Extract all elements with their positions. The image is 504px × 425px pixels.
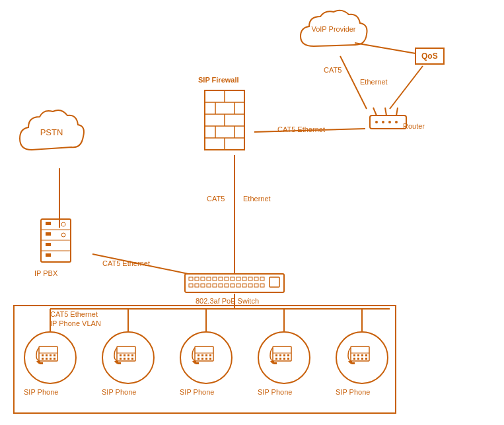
svg-rect-108 [283, 354, 285, 356]
svg-rect-42 [46, 243, 51, 246]
svg-rect-78 [50, 354, 52, 356]
cat5-eth-label: CAT5 Ethernet [277, 125, 325, 133]
svg-rect-41 [46, 232, 51, 236]
svg-rect-111 [279, 358, 281, 360]
svg-rect-99 [209, 354, 211, 356]
svg-rect-89 [131, 354, 133, 356]
svg-rect-52 [219, 277, 223, 280]
svg-rect-69 [242, 284, 246, 287]
ip-pbx-icon [34, 218, 77, 269]
sip-phone-5-label: SIP Phone [336, 388, 370, 396]
svg-rect-81 [46, 358, 48, 360]
svg-rect-86 [120, 354, 122, 356]
svg-rect-101 [201, 358, 203, 360]
svg-rect-50 [207, 277, 211, 280]
svg-line-16 [373, 108, 377, 115]
svg-rect-80 [42, 358, 44, 360]
firewall-icon [203, 89, 246, 154]
sip-phone-3-label: SIP Phone [180, 388, 214, 396]
svg-rect-54 [231, 277, 234, 280]
svg-rect-79 [54, 354, 55, 356]
router-label: Router [403, 122, 425, 130]
svg-line-17 [385, 108, 386, 115]
svg-rect-103 [209, 358, 211, 360]
qos-box: QoS [415, 48, 445, 65]
svg-rect-82 [50, 358, 52, 360]
svg-rect-59 [260, 277, 264, 280]
svg-rect-107 [279, 354, 281, 356]
svg-point-21 [388, 121, 391, 123]
svg-point-20 [382, 121, 384, 123]
svg-rect-60 [189, 284, 193, 287]
svg-rect-117 [357, 354, 359, 356]
svg-rect-48 [195, 277, 199, 280]
svg-rect-93 [131, 358, 133, 360]
voip-provider-cloud: VoIP Provider [297, 7, 370, 58]
svg-point-44 [61, 222, 65, 226]
svg-rect-120 [353, 358, 355, 360]
svg-rect-65 [219, 284, 223, 287]
svg-rect-57 [248, 277, 252, 280]
svg-rect-92 [127, 358, 129, 360]
svg-rect-56 [242, 277, 246, 280]
svg-rect-98 [205, 354, 207, 356]
svg-text:VoIP Provider: VoIP Provider [311, 25, 355, 33]
svg-rect-55 [236, 277, 240, 280]
sip-phone-5-circle [336, 331, 388, 384]
svg-rect-61 [195, 284, 199, 287]
svg-line-18 [396, 108, 398, 115]
svg-rect-110 [275, 358, 277, 360]
sip-phone-4-label: SIP Phone [258, 388, 292, 396]
svg-rect-53 [225, 277, 229, 280]
svg-rect-76 [42, 354, 44, 356]
cat5-voip-label: CAT5 [324, 66, 342, 74]
poe-switch-label: 802.3af PoE Switch [196, 297, 259, 305]
svg-point-45 [61, 233, 65, 237]
svg-rect-119 [365, 354, 367, 356]
svg-rect-71 [254, 284, 258, 287]
router-icon [367, 106, 416, 137]
svg-text:PSTN: PSTN [40, 127, 63, 137]
svg-rect-83 [54, 358, 55, 360]
svg-rect-100 [198, 358, 199, 360]
ip-pbx-label: IP PBX [34, 269, 57, 277]
svg-rect-64 [213, 284, 217, 287]
sip-phone-2-label: SIP Phone [102, 388, 136, 396]
svg-rect-49 [201, 277, 205, 280]
poe-switch-icon [184, 271, 286, 299]
svg-rect-122 [361, 358, 363, 360]
sip-phone-1-circle [24, 331, 77, 384]
sip-phone-3-circle [180, 331, 233, 384]
ethernet-voip-label: Ethernet [360, 78, 388, 86]
svg-rect-96 [198, 354, 199, 356]
svg-rect-116 [353, 354, 355, 356]
vlan-label: CAT5 EthernetIP Phone VLAN [50, 310, 101, 329]
sip-phone-1-label: SIP Phone [24, 388, 58, 396]
svg-rect-70 [248, 284, 252, 287]
svg-rect-113 [287, 358, 289, 360]
svg-rect-40 [46, 222, 51, 225]
svg-rect-109 [287, 354, 289, 356]
svg-rect-68 [236, 284, 240, 287]
svg-rect-77 [46, 354, 48, 356]
svg-line-1 [390, 66, 423, 109]
svg-rect-51 [213, 277, 217, 280]
ethernet-label2: Ethernet [243, 195, 271, 203]
svg-rect-73 [270, 277, 279, 287]
svg-rect-97 [201, 354, 203, 356]
svg-rect-90 [120, 358, 122, 360]
svg-rect-123 [365, 358, 367, 360]
svg-rect-102 [205, 358, 207, 360]
svg-rect-112 [283, 358, 285, 360]
sip-firewall-label: SIP Firewall [198, 76, 239, 84]
sip-phone-2-circle [102, 331, 155, 384]
svg-rect-88 [127, 354, 129, 356]
svg-rect-118 [361, 354, 363, 356]
svg-rect-121 [357, 358, 359, 360]
svg-rect-106 [275, 354, 277, 356]
svg-rect-63 [207, 284, 211, 287]
svg-rect-67 [231, 284, 234, 287]
network-diagram: VoIP Provider QoS CAT5 Ethernet Router C… [0, 0, 504, 425]
svg-rect-62 [201, 284, 205, 287]
svg-rect-66 [225, 284, 229, 287]
